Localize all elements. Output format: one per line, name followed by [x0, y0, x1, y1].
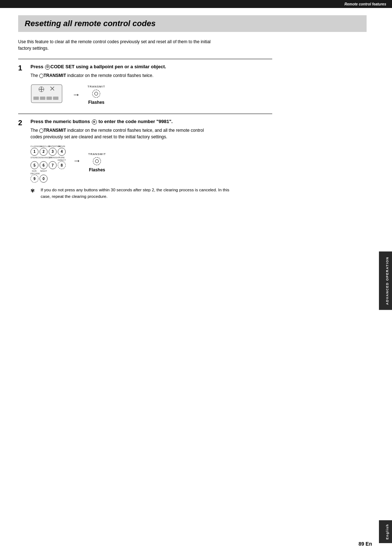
step-2-flashes-label: Flashes [89, 167, 105, 172]
code-set-circle-icon: ⊙ [45, 65, 50, 70]
tip-icon: ✾ [30, 188, 38, 194]
arrow-icon-1: → [72, 90, 80, 99]
svg-rect-7 [40, 97, 45, 100]
keypad-row2-keys: 5 6 7 8 [30, 161, 66, 169]
key-5: 5 [30, 161, 38, 169]
divider-2 [18, 114, 272, 114]
step-1-desc: The TRANSMIT indicator on the remote con… [30, 72, 212, 79]
step-1: 1 Press ⊙CODE SET using a ballpoint pen … [18, 64, 272, 109]
keypad-diagram: CLASSICAL LIVECLUB ENTERTAIN MOVIE 1 2 3… [30, 145, 66, 183]
divider-1 [18, 59, 272, 59]
key-label-straight: STRAIGHT [49, 156, 57, 161]
transmit-circle-2 [93, 157, 101, 165]
key-0: 0 [40, 175, 48, 183]
page-number: 89 En [359, 541, 372, 547]
keypad-row3-keys: 9 0 [30, 175, 66, 183]
svg-rect-8 [46, 97, 52, 100]
key-label-movie: MOVIE [58, 145, 66, 148]
step-2-content: Press the numeric buttons B to enter the… [30, 118, 272, 200]
arrow-icon-2: → [73, 156, 81, 166]
title-box: Resetting all remote control codes [18, 15, 367, 32]
key-7: 7 [49, 161, 57, 169]
transmit-indicator-1: TRANSMIT Flashes [87, 85, 105, 105]
step-2: 2 Press the numeric buttons B to enter t… [18, 118, 272, 200]
svg-rect-6 [33, 97, 39, 100]
step-2-title: Press the numeric buttons B to enter the… [30, 118, 272, 125]
key-label-enhancer: ENHANCER [40, 156, 48, 161]
step-1-flashes-label: Flashes [88, 100, 105, 105]
key-6: 6 [40, 161, 48, 169]
advanced-operation-tab: ADVANCED OPERATION [379, 252, 392, 310]
main-content: Resetting all remote control codes Use t… [15, 8, 374, 210]
transmit-circle-inner-2 [95, 159, 99, 163]
transmit-label-1: TRANSMIT [87, 85, 105, 88]
key-4: 4 [58, 148, 66, 156]
step-2-diagram: CLASSICAL LIVECLUB ENTERTAIN MOVIE 1 2 3… [30, 145, 272, 183]
code-set-label: CODE SET [50, 64, 74, 69]
key-label-liveclub: LIVECLUB [40, 145, 48, 148]
note-text: If you do not press any buttons within 3… [41, 187, 234, 200]
key-label-puredirect: PURE DIRECT [58, 156, 66, 161]
key-label-stereo: STEREO [30, 156, 38, 161]
step-1-diagram: → TRANSMIT Flashes [30, 84, 272, 106]
transmit-indicator-2: TRANSMIT Flashes [88, 152, 106, 172]
remote-small-diagram [30, 84, 65, 106]
transmit-circle-1 [92, 90, 100, 98]
key-label-entertain: ENTERTAIN [49, 145, 57, 148]
keypad-row1-keys: 1 2 3 4 [30, 148, 66, 156]
intro-text: Use this feature to clear all the remote… [18, 38, 221, 52]
step-2-desc: The TRANSMIT indicator on the remote con… [30, 127, 212, 140]
transmit-label-2: TRANSMIT [88, 152, 106, 156]
step-1-number: 1 [18, 64, 26, 109]
key-label-surdecode: SUR. DECODE [30, 170, 38, 175]
step-1-title: Press ⊙CODE SET using a ballpoint pen or… [30, 64, 272, 70]
key-8: 8 [58, 161, 66, 169]
key-label-night: NIGHT [40, 170, 48, 175]
key-label-classical: CLASSICAL [30, 145, 38, 148]
keypad-row1-labels: CLASSICAL LIVECLUB ENTERTAIN MOVIE [30, 145, 66, 148]
step-2-number: 2 [18, 118, 26, 200]
svg-rect-0 [31, 85, 62, 103]
key-1: 1 [30, 148, 38, 156]
key-2: 2 [40, 148, 48, 156]
step-1-content: Press ⊙CODE SET using a ballpoint pen or… [30, 64, 272, 109]
note-tip: ✾ If you do not press any buttons within… [30, 187, 234, 200]
keypad-row3-labels: SUR. DECODE NIGHT [30, 170, 66, 175]
page-title: Resetting all remote control codes [25, 19, 360, 28]
key-9: 9 [30, 175, 38, 183]
top-bar: Remote control features [0, 0, 392, 8]
svg-rect-9 [53, 97, 58, 100]
keypad-row2-labels: STEREO ENHANCER STRAIGHT PURE DIRECT [30, 156, 66, 161]
key-3: 3 [49, 148, 57, 156]
top-bar-label: Remote control features [344, 2, 386, 6]
right-sidebar: ADVANCED OPERATION English [379, 8, 392, 554]
num-btn-circle-icon: B [92, 119, 97, 125]
english-tab: English [379, 520, 392, 543]
transmit-circle-inner-1 [94, 92, 98, 95]
